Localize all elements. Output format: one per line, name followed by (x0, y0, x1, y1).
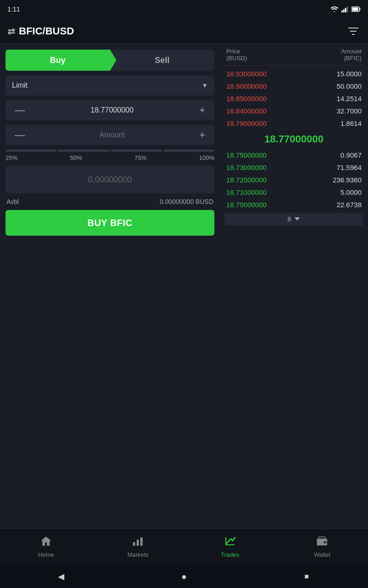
svg-rect-6 (360, 8, 361, 10)
more-orders-row[interactable]: 8 (224, 213, 363, 226)
buy-price-5: 18.70000000 (226, 201, 267, 209)
sell-order-row[interactable]: 18.84000000 32.7000 (224, 105, 363, 117)
order-book-header: Price (BUSD) Amount (BFIC) (224, 48, 363, 66)
svg-point-19 (324, 542, 325, 543)
buy-amount-4: 5.0000 (340, 188, 362, 196)
price-col-label: Price (226, 48, 247, 55)
avbl-label: Avbl (6, 198, 19, 205)
sell-amount-4: 32.7000 (337, 107, 362, 115)
available-balance-row: Avbl 0.00000000 BUSD (6, 198, 214, 205)
total-display: 0.00000000 (6, 166, 214, 193)
avbl-value: 0.00000000 BUSD (160, 198, 213, 205)
slider-segment-2[interactable] (58, 150, 109, 152)
sell-amount-2: 50.0000 (337, 82, 362, 90)
amount-input[interactable] (29, 131, 196, 139)
slider-label-100[interactable]: 100% (199, 154, 214, 161)
buy-bfic-button[interactable]: BUY BFIC (6, 210, 214, 236)
pair-arrow-icon: ⇄ (7, 26, 15, 37)
buy-order-row[interactable]: 18.75000000 0.9067 (224, 149, 363, 161)
status-right (330, 6, 361, 12)
filter-icon (347, 26, 359, 36)
svg-rect-14 (133, 542, 135, 546)
trades-label: Trades (221, 551, 239, 558)
sell-order-row[interactable]: 18.90000000 50.0000 (224, 80, 363, 92)
markets-label: Markets (127, 551, 149, 558)
buy-order-row[interactable]: 18.72000000 236.9360 (224, 174, 363, 186)
home-button[interactable]: ● (178, 571, 190, 582)
sell-amount-5: 1.8614 (340, 119, 362, 127)
slider-segment-4[interactable] (163, 150, 214, 152)
price-increase-button[interactable]: + (196, 103, 209, 117)
buy-price-3: 18.72000000 (226, 176, 267, 184)
slider-segment-1[interactable] (6, 150, 57, 152)
limit-label: Limit (12, 81, 28, 90)
bottom-nav: Home Markets Trades (0, 528, 368, 565)
sell-price-3: 18.85000000 (226, 95, 267, 102)
price-decrease-button[interactable]: — (11, 103, 29, 117)
svg-rect-2 (345, 8, 346, 12)
header: ⇄ BFIC/BUSD (0, 18, 368, 44)
sell-price-4: 18.84000000 (226, 107, 267, 115)
recent-icon: ■ (305, 572, 309, 581)
trading-pair: BFIC/BUSD (19, 25, 74, 37)
slider-segment-3[interactable] (111, 150, 162, 152)
price-input[interactable]: 18.77000000 (29, 106, 196, 114)
sell-order-row[interactable]: 18.79000000 1.8614 (224, 117, 363, 130)
buy-order-row[interactable]: 18.71000000 5.0000 (224, 186, 363, 198)
price-col-sub: (BUSD) (226, 55, 247, 62)
wifi-icon (330, 6, 339, 12)
buy-button[interactable]: Buy (6, 50, 110, 71)
chevron-down-icon (294, 217, 300, 221)
nav-markets[interactable]: Markets (92, 536, 184, 558)
sell-amount-1: 15.0000 (337, 70, 362, 78)
android-nav: ◀ ● ■ (0, 565, 368, 588)
buy-sell-toggle: Buy Sell (6, 50, 214, 71)
recent-button[interactable]: ■ (301, 571, 312, 582)
mid-price: 18.77000000 (224, 130, 363, 149)
price-input-row: — 18.77000000 + (6, 100, 214, 120)
sell-button[interactable]: Sell (110, 50, 214, 71)
status-bar: 1:11 (0, 0, 368, 18)
back-icon: ◀ (58, 571, 64, 582)
sell-price-5: 18.79000000 (226, 119, 267, 127)
limit-dropdown[interactable]: Limit ▼ (6, 75, 214, 96)
nav-wallet[interactable]: Wallet (276, 536, 368, 558)
buy-amount-5: 22.6738 (337, 201, 362, 209)
nav-trades[interactable]: Trades (184, 536, 276, 558)
status-left: 1:11 (7, 6, 20, 13)
svg-rect-16 (140, 537, 143, 546)
left-panel: Buy Sell Limit ▼ — 18.77000000 + — + (0, 44, 220, 528)
slider-labels: 25% 50% 75% 100% (6, 154, 214, 161)
amount-decrease-button[interactable]: — (11, 128, 29, 142)
main-content: Buy Sell Limit ▼ — 18.77000000 + — + (0, 44, 368, 528)
buy-amount-3: 236.9360 (333, 176, 362, 184)
sell-order-row[interactable]: 18.85000000 14.2514 (224, 92, 363, 105)
svg-rect-15 (137, 540, 139, 546)
trades-icon (224, 536, 236, 549)
home-label: Home (38, 551, 54, 558)
svg-rect-3 (347, 6, 348, 12)
slider-track[interactable] (6, 150, 214, 152)
back-button[interactable]: ◀ (56, 571, 67, 582)
slider-label-75[interactable]: 75% (135, 154, 147, 161)
buy-order-row[interactable]: 18.73000000 71.5964 (224, 161, 363, 174)
amount-increase-button[interactable]: + (196, 128, 209, 142)
sell-order-row[interactable]: 18.93000000 15.0000 (224, 68, 363, 80)
slider-label-25[interactable]: 25% (6, 154, 17, 161)
header-title: ⇄ BFIC/BUSD (7, 25, 74, 37)
amount-input-row: — + (6, 125, 214, 145)
sell-price-2: 18.90000000 (226, 82, 267, 90)
home-icon (40, 536, 52, 549)
filter-button[interactable] (346, 24, 361, 39)
buy-order-row[interactable]: 18.70000000 22.6738 (224, 198, 363, 211)
status-time: 1:11 (7, 6, 20, 13)
price-col-header: Price (BUSD) (226, 48, 247, 62)
wallet-icon (316, 536, 328, 549)
home-circle-icon: ● (181, 571, 187, 582)
percentage-slider: 25% 50% 75% 100% (6, 150, 214, 161)
buy-amount-2: 71.5964 (337, 164, 362, 171)
nav-home[interactable]: Home (0, 536, 92, 558)
wallet-label: Wallet (314, 551, 330, 558)
sell-orders: 18.93000000 15.0000 18.90000000 50.0000 … (224, 68, 363, 130)
slider-label-50[interactable]: 50% (70, 154, 82, 161)
